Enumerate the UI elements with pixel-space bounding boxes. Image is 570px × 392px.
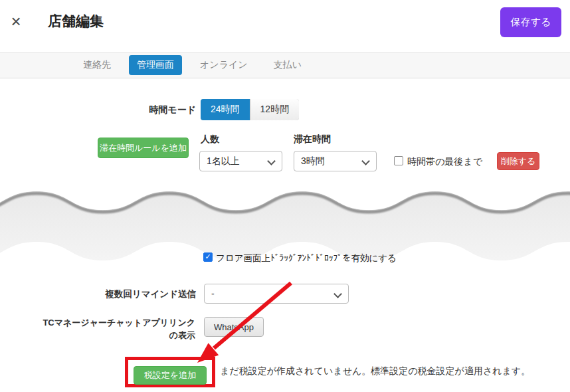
people-count-value: 1名以上 [207, 155, 240, 167]
chat-app-link-label-line1: TCマネージャーチャットアプリリンク [0, 316, 195, 329]
floor-drag-drop-label: フロア画面上ﾄﾞﾗｯｸﾞｱﾝﾄﾞﾄﾞﾛｯﾌﾟを有効にする [216, 252, 397, 264]
chat-app-link-label-line2: の表示 [0, 329, 195, 342]
tab-contacts[interactable]: 連絡先 [75, 55, 119, 75]
stay-duration-label: 滞在時間 [294, 134, 331, 146]
tab-admin-screen[interactable]: 管理画面 [129, 55, 182, 75]
chat-app-link-label: TCマネージャーチャットアプリリンク の表示 [0, 316, 195, 342]
stay-duration-select[interactable]: 3時間 [294, 151, 377, 171]
tab-online[interactable]: オンライン [192, 55, 256, 75]
delete-rule-button[interactable]: 削除する [497, 152, 539, 170]
time-mode-24h-button[interactable]: 24時間 [201, 99, 250, 120]
add-tax-setting-button[interactable]: 税設定を追加 [134, 366, 207, 385]
people-count-label: 人数 [201, 134, 219, 146]
tab-bar: 連絡先 管理画面 オンライン 支払い [0, 52, 570, 78]
close-icon[interactable]: × [5, 11, 27, 32]
until-end-of-slot-checkbox[interactable] [394, 156, 403, 165]
page-title: 店舗編集 [48, 12, 104, 31]
floor-drag-drop-checkbox[interactable] [203, 252, 213, 262]
stay-duration-value: 3時間 [301, 155, 325, 167]
save-button[interactable]: 保存する [500, 7, 561, 37]
store-edit-modal: × 店舗編集 保存する 連絡先 管理画面 オンライン 支払い 時間モード 24時… [0, 0, 570, 392]
time-mode-toggle: 24時間 12時間 [201, 99, 299, 120]
multi-reminder-value: - [211, 288, 215, 299]
multi-reminder-select[interactable]: - [204, 284, 349, 304]
whatsapp-button[interactable]: WhatsApp [204, 317, 264, 337]
multi-reminder-label: 複数回リマインド送信 [0, 288, 196, 300]
time-mode-label: 時間モード [0, 104, 196, 116]
tax-note-text: まだ税設定が作成されていません。標準設定の税金設定が適用されます。 [220, 365, 530, 377]
people-count-select[interactable]: 1名以上 [199, 151, 282, 171]
until-end-of-slot-label: 時間帯の最後まで [407, 156, 482, 168]
tab-payment[interactable]: 支払い [266, 55, 310, 75]
time-mode-12h-button[interactable]: 12時間 [250, 99, 300, 120]
add-stay-rule-button[interactable]: 滞在時間ルールを追加 [98, 138, 189, 158]
